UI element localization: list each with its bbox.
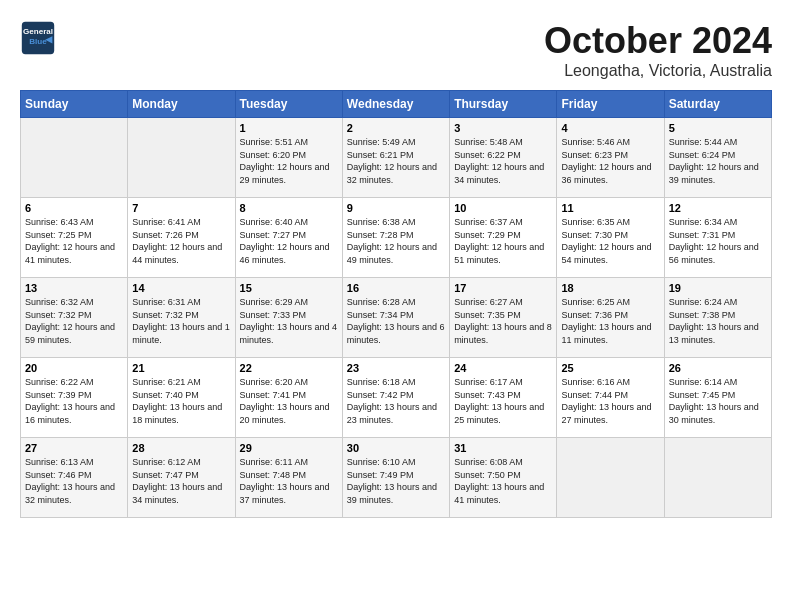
calendar-cell: 19Sunrise: 6:24 AM Sunset: 7:38 PM Dayli… [664, 278, 771, 358]
day-number: 2 [347, 122, 445, 134]
day-number: 3 [454, 122, 552, 134]
day-info: Sunrise: 6:22 AM Sunset: 7:39 PM Dayligh… [25, 376, 123, 426]
logo: General Blue [20, 20, 56, 56]
day-number: 15 [240, 282, 338, 294]
day-info: Sunrise: 5:48 AM Sunset: 6:22 PM Dayligh… [454, 136, 552, 186]
day-header-thursday: Thursday [450, 91, 557, 118]
calendar-cell [664, 438, 771, 518]
calendar-cell: 31Sunrise: 6:08 AM Sunset: 7:50 PM Dayli… [450, 438, 557, 518]
calendar-cell: 12Sunrise: 6:34 AM Sunset: 7:31 PM Dayli… [664, 198, 771, 278]
calendar-cell: 18Sunrise: 6:25 AM Sunset: 7:36 PM Dayli… [557, 278, 664, 358]
day-info: Sunrise: 6:40 AM Sunset: 7:27 PM Dayligh… [240, 216, 338, 266]
month-title: October 2024 [544, 20, 772, 62]
day-info: Sunrise: 6:24 AM Sunset: 7:38 PM Dayligh… [669, 296, 767, 346]
calendar-table: SundayMondayTuesdayWednesdayThursdayFrid… [20, 90, 772, 518]
day-number: 5 [669, 122, 767, 134]
day-info: Sunrise: 6:41 AM Sunset: 7:26 PM Dayligh… [132, 216, 230, 266]
calendar-cell: 2Sunrise: 5:49 AM Sunset: 6:21 PM Daylig… [342, 118, 449, 198]
day-number: 21 [132, 362, 230, 374]
day-info: Sunrise: 6:35 AM Sunset: 7:30 PM Dayligh… [561, 216, 659, 266]
calendar-cell: 28Sunrise: 6:12 AM Sunset: 7:47 PM Dayli… [128, 438, 235, 518]
calendar-cell: 30Sunrise: 6:10 AM Sunset: 7:49 PM Dayli… [342, 438, 449, 518]
calendar-cell: 11Sunrise: 6:35 AM Sunset: 7:30 PM Dayli… [557, 198, 664, 278]
day-info: Sunrise: 6:13 AM Sunset: 7:46 PM Dayligh… [25, 456, 123, 506]
day-header-saturday: Saturday [664, 91, 771, 118]
calendar-cell [557, 438, 664, 518]
day-info: Sunrise: 6:38 AM Sunset: 7:28 PM Dayligh… [347, 216, 445, 266]
calendar-cell [21, 118, 128, 198]
day-number: 6 [25, 202, 123, 214]
day-header-friday: Friday [557, 91, 664, 118]
calendar-cell: 17Sunrise: 6:27 AM Sunset: 7:35 PM Dayli… [450, 278, 557, 358]
day-info: Sunrise: 6:14 AM Sunset: 7:45 PM Dayligh… [669, 376, 767, 426]
day-number: 14 [132, 282, 230, 294]
calendar-cell: 25Sunrise: 6:16 AM Sunset: 7:44 PM Dayli… [557, 358, 664, 438]
day-number: 10 [454, 202, 552, 214]
svg-text:General: General [23, 27, 53, 36]
calendar-cell: 27Sunrise: 6:13 AM Sunset: 7:46 PM Dayli… [21, 438, 128, 518]
calendar-cell: 9Sunrise: 6:38 AM Sunset: 7:28 PM Daylig… [342, 198, 449, 278]
day-number: 1 [240, 122, 338, 134]
day-info: Sunrise: 6:27 AM Sunset: 7:35 PM Dayligh… [454, 296, 552, 346]
day-info: Sunrise: 6:21 AM Sunset: 7:40 PM Dayligh… [132, 376, 230, 426]
day-info: Sunrise: 6:32 AM Sunset: 7:32 PM Dayligh… [25, 296, 123, 346]
day-info: Sunrise: 6:34 AM Sunset: 7:31 PM Dayligh… [669, 216, 767, 266]
calendar-cell: 24Sunrise: 6:17 AM Sunset: 7:43 PM Dayli… [450, 358, 557, 438]
page-header: General Blue October 2024 Leongatha, Vic… [20, 20, 772, 80]
day-info: Sunrise: 6:37 AM Sunset: 7:29 PM Dayligh… [454, 216, 552, 266]
day-number: 26 [669, 362, 767, 374]
day-number: 23 [347, 362, 445, 374]
day-info: Sunrise: 6:43 AM Sunset: 7:25 PM Dayligh… [25, 216, 123, 266]
day-info: Sunrise: 6:16 AM Sunset: 7:44 PM Dayligh… [561, 376, 659, 426]
day-number: 19 [669, 282, 767, 294]
calendar-cell: 23Sunrise: 6:18 AM Sunset: 7:42 PM Dayli… [342, 358, 449, 438]
day-number: 25 [561, 362, 659, 374]
day-number: 31 [454, 442, 552, 454]
day-number: 17 [454, 282, 552, 294]
calendar-cell: 1Sunrise: 5:51 AM Sunset: 6:20 PM Daylig… [235, 118, 342, 198]
calendar-cell: 8Sunrise: 6:40 AM Sunset: 7:27 PM Daylig… [235, 198, 342, 278]
day-info: Sunrise: 5:51 AM Sunset: 6:20 PM Dayligh… [240, 136, 338, 186]
day-header-tuesday: Tuesday [235, 91, 342, 118]
day-info: Sunrise: 5:44 AM Sunset: 6:24 PM Dayligh… [669, 136, 767, 186]
calendar-cell: 10Sunrise: 6:37 AM Sunset: 7:29 PM Dayli… [450, 198, 557, 278]
calendar-cell: 5Sunrise: 5:44 AM Sunset: 6:24 PM Daylig… [664, 118, 771, 198]
day-number: 8 [240, 202, 338, 214]
location-subtitle: Leongatha, Victoria, Australia [544, 62, 772, 80]
day-info: Sunrise: 6:10 AM Sunset: 7:49 PM Dayligh… [347, 456, 445, 506]
day-info: Sunrise: 6:20 AM Sunset: 7:41 PM Dayligh… [240, 376, 338, 426]
calendar-cell: 22Sunrise: 6:20 AM Sunset: 7:41 PM Dayli… [235, 358, 342, 438]
calendar-cell: 15Sunrise: 6:29 AM Sunset: 7:33 PM Dayli… [235, 278, 342, 358]
calendar-cell: 26Sunrise: 6:14 AM Sunset: 7:45 PM Dayli… [664, 358, 771, 438]
calendar-cell: 21Sunrise: 6:21 AM Sunset: 7:40 PM Dayli… [128, 358, 235, 438]
calendar-cell: 14Sunrise: 6:31 AM Sunset: 7:32 PM Dayli… [128, 278, 235, 358]
day-info: Sunrise: 6:12 AM Sunset: 7:47 PM Dayligh… [132, 456, 230, 506]
day-number: 16 [347, 282, 445, 294]
calendar-cell: 13Sunrise: 6:32 AM Sunset: 7:32 PM Dayli… [21, 278, 128, 358]
day-header-sunday: Sunday [21, 91, 128, 118]
day-number: 4 [561, 122, 659, 134]
day-info: Sunrise: 6:29 AM Sunset: 7:33 PM Dayligh… [240, 296, 338, 346]
day-info: Sunrise: 6:28 AM Sunset: 7:34 PM Dayligh… [347, 296, 445, 346]
day-info: Sunrise: 5:46 AM Sunset: 6:23 PM Dayligh… [561, 136, 659, 186]
day-number: 18 [561, 282, 659, 294]
day-number: 30 [347, 442, 445, 454]
day-info: Sunrise: 6:31 AM Sunset: 7:32 PM Dayligh… [132, 296, 230, 346]
day-number: 22 [240, 362, 338, 374]
day-number: 28 [132, 442, 230, 454]
day-number: 27 [25, 442, 123, 454]
day-number: 11 [561, 202, 659, 214]
day-info: Sunrise: 6:17 AM Sunset: 7:43 PM Dayligh… [454, 376, 552, 426]
title-block: October 2024 Leongatha, Victoria, Austra… [544, 20, 772, 80]
calendar-cell: 3Sunrise: 5:48 AM Sunset: 6:22 PM Daylig… [450, 118, 557, 198]
calendar-cell: 4Sunrise: 5:46 AM Sunset: 6:23 PM Daylig… [557, 118, 664, 198]
day-info: Sunrise: 6:11 AM Sunset: 7:48 PM Dayligh… [240, 456, 338, 506]
day-number: 7 [132, 202, 230, 214]
svg-text:Blue: Blue [29, 37, 47, 46]
day-header-wednesday: Wednesday [342, 91, 449, 118]
calendar-cell: 6Sunrise: 6:43 AM Sunset: 7:25 PM Daylig… [21, 198, 128, 278]
day-info: Sunrise: 6:08 AM Sunset: 7:50 PM Dayligh… [454, 456, 552, 506]
day-number: 12 [669, 202, 767, 214]
logo-icon: General Blue [20, 20, 56, 56]
day-number: 20 [25, 362, 123, 374]
